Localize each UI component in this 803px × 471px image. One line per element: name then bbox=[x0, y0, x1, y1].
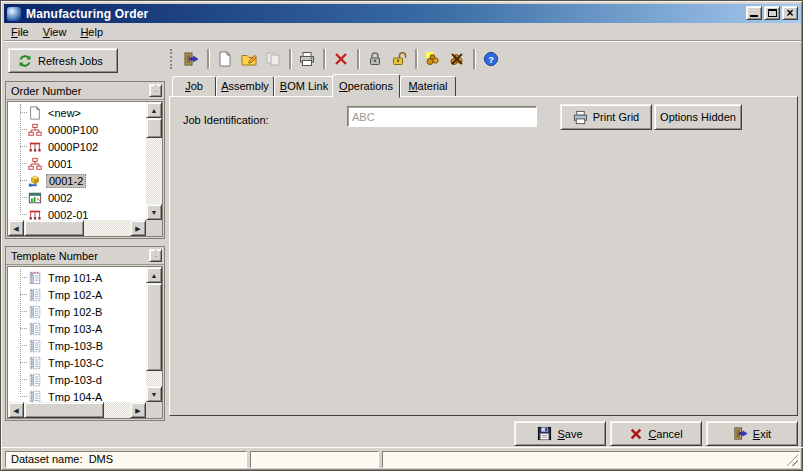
toolbar-grip[interactable] bbox=[170, 49, 175, 69]
help-button[interactable]: ? bbox=[479, 47, 503, 71]
job-identification-input[interactable] bbox=[347, 106, 537, 127]
options-hidden-button[interactable]: Options Hidden bbox=[654, 104, 742, 130]
box-hand-icon bbox=[28, 174, 42, 188]
print-grid-label: Print Grid bbox=[593, 111, 639, 123]
cancel-button[interactable]: Cancel bbox=[610, 421, 702, 446]
scroll-thumb[interactable] bbox=[146, 283, 162, 371]
copy-button[interactable] bbox=[261, 47, 285, 71]
scroll-down-icon[interactable]: ▼ bbox=[146, 204, 162, 220]
resource-delete-button[interactable] bbox=[445, 47, 469, 71]
panel-options-button[interactable]: ⁚ bbox=[149, 249, 162, 262]
tab-bom-link[interactable]: BOM Link bbox=[274, 76, 334, 97]
exit-toolbar-button[interactable] bbox=[179, 47, 203, 71]
title-bar: Manufacturing Order × bbox=[4, 4, 801, 23]
exit-label: Exit bbox=[753, 428, 771, 440]
scroll-thumb[interactable] bbox=[146, 118, 162, 138]
edit-icon bbox=[241, 51, 257, 67]
template-item[interactable]: Tmp 102-B bbox=[8, 303, 146, 320]
toolbar-separator bbox=[289, 49, 291, 69]
template-icon bbox=[28, 339, 42, 353]
save-icon bbox=[537, 426, 552, 441]
org-chart-t-icon bbox=[28, 140, 42, 154]
scroll-left-icon[interactable]: ◀ bbox=[8, 402, 24, 418]
scroll-up-icon[interactable]: ▲ bbox=[146, 102, 162, 118]
close-button[interactable]: × bbox=[782, 6, 798, 20]
help-icon: ? bbox=[483, 51, 499, 67]
order-item[interactable]: <new> bbox=[8, 104, 146, 121]
org-chart-icon bbox=[28, 157, 42, 171]
order-item[interactable]: 0000P102 bbox=[8, 138, 146, 155]
scroll-up-icon[interactable]: ▲ bbox=[146, 267, 162, 283]
template-item[interactable]: Tmp 104-A bbox=[8, 388, 146, 402]
template-item[interactable]: Tmp 103-A bbox=[8, 320, 146, 337]
print-icon bbox=[573, 110, 588, 125]
order-vertical-scrollbar[interactable]: ▲ ▼ bbox=[146, 102, 162, 220]
lock-button[interactable] bbox=[363, 47, 387, 71]
refresh-icon bbox=[17, 53, 33, 69]
template-item[interactable]: Tmp 102-A bbox=[8, 286, 146, 303]
print-grid-button[interactable]: Print Grid bbox=[560, 104, 652, 130]
order-number-panel: Order Number ⁚ <new> 0000P100 0000P102 0… bbox=[5, 81, 165, 239]
resource-add-button[interactable] bbox=[421, 47, 445, 71]
order-item[interactable]: 0002 bbox=[8, 189, 146, 206]
template-item[interactable]: Tmp 101-A bbox=[8, 269, 146, 286]
template-item[interactable]: Tmp-103-d bbox=[8, 371, 146, 388]
template-horizontal-scrollbar[interactable]: ◀ ▶ bbox=[8, 402, 146, 418]
toolbar-separator bbox=[473, 49, 475, 69]
order-panel-header: Order Number ⁚ bbox=[6, 82, 164, 100]
status-pane-3 bbox=[382, 451, 800, 468]
tab-material[interactable]: Material bbox=[400, 76, 456, 97]
toolbar-separator bbox=[323, 49, 325, 69]
template-item[interactable]: Tmp-103-C bbox=[8, 354, 146, 371]
scroll-right-icon[interactable]: ▶ bbox=[130, 402, 146, 418]
status-dataset: Dataset name: DMS bbox=[5, 451, 247, 468]
order-item[interactable]: 0000P100 bbox=[8, 121, 146, 138]
resize-grip[interactable] bbox=[785, 453, 798, 466]
svg-text:?: ? bbox=[488, 55, 494, 65]
maximize-button[interactable] bbox=[764, 6, 780, 20]
template-icon bbox=[28, 305, 42, 319]
template-panel-header: Template Number ⁚ bbox=[6, 247, 164, 265]
order-item-selected[interactable]: 0001-2 bbox=[8, 172, 146, 189]
lock-open-icon bbox=[391, 51, 407, 67]
exit-button[interactable]: Exit bbox=[706, 421, 798, 446]
print-button[interactable] bbox=[295, 47, 319, 71]
panel-options-button[interactable]: ⁚ bbox=[149, 84, 162, 97]
template-number-panel: Template Number ⁚ Tmp 101-A Tmp 102-A Tm… bbox=[5, 246, 165, 421]
template-tree: Tmp 101-A Tmp 102-A Tmp 102-B Tmp 103-A … bbox=[7, 266, 163, 419]
new-document-icon bbox=[28, 106, 42, 120]
menu-file[interactable]: File bbox=[4, 24, 36, 40]
save-label: Save bbox=[557, 428, 582, 440]
tab-assembly[interactable]: Assembly bbox=[216, 76, 274, 97]
template-icon bbox=[28, 288, 42, 302]
new-button[interactable] bbox=[213, 47, 237, 71]
scroll-down-icon[interactable]: ▼ bbox=[146, 386, 162, 402]
order-tree: <new> 0000P100 0000P102 0001 0001-2 0002 bbox=[7, 101, 163, 237]
toolbar-separator bbox=[207, 49, 209, 69]
delete-button[interactable] bbox=[329, 47, 353, 71]
window-title: Manufacturing Order bbox=[26, 7, 148, 21]
copy-icon bbox=[265, 51, 281, 67]
order-item[interactable]: 0002-01 bbox=[8, 206, 146, 220]
unlock-button[interactable] bbox=[387, 47, 411, 71]
minimize-button[interactable] bbox=[746, 6, 762, 20]
menu-help[interactable]: Help bbox=[73, 24, 110, 40]
refresh-jobs-button[interactable]: Refresh Jobs bbox=[8, 48, 118, 73]
tab-operations[interactable]: Operations bbox=[332, 74, 400, 98]
scroll-thumb[interactable] bbox=[24, 402, 104, 418]
scroll-thumb[interactable] bbox=[24, 220, 84, 236]
scroll-left-icon[interactable]: ◀ bbox=[8, 220, 24, 236]
scroll-right-icon[interactable]: ▶ bbox=[130, 220, 146, 236]
tab-job[interactable]: Job bbox=[172, 76, 216, 97]
template-vertical-scrollbar[interactable]: ▲ ▼ bbox=[146, 267, 162, 402]
edit-button[interactable] bbox=[237, 47, 261, 71]
order-item[interactable]: 0001 bbox=[8, 155, 146, 172]
status-bar: Dataset name: DMS bbox=[1, 447, 803, 471]
app-icon bbox=[7, 7, 21, 21]
menu-view[interactable]: View bbox=[36, 24, 74, 40]
order-horizontal-scrollbar[interactable]: ◀ ▶ bbox=[8, 220, 146, 236]
template-item[interactable]: Tmp-103-B bbox=[8, 337, 146, 354]
save-button[interactable]: Save bbox=[514, 421, 606, 446]
template-icon bbox=[28, 271, 42, 285]
order-panel-title: Order Number bbox=[11, 85, 81, 97]
